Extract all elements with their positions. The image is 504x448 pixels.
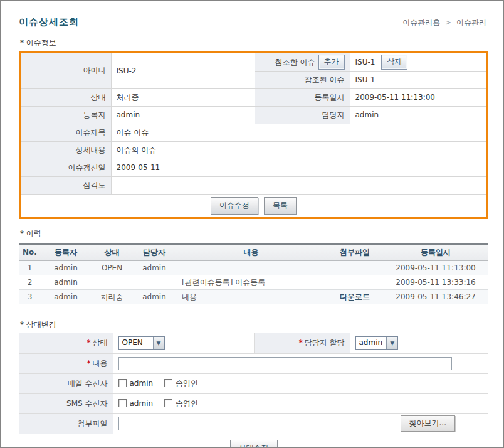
referencing-issue-label-text: 참조한 이슈 xyxy=(275,57,315,66)
history-cell-registrant: admin xyxy=(41,290,91,304)
issue-info-table: 아이디 ISU-2 참조한 이슈추가 ISU-1삭제 참조된 이슈 ISU-1 … xyxy=(21,53,486,195)
sms-recipient-checkbox-songyoungin[interactable] xyxy=(164,399,172,407)
history-col-date: 등록일시 xyxy=(383,244,488,261)
field-label-update-date: 이슈갱신일 xyxy=(21,159,111,176)
required-mark: * xyxy=(299,338,303,347)
issue-info-box: 아이디 ISU-2 참조한 이슈추가 ISU-1삭제 참조된 이슈 ISU-1 … xyxy=(19,51,488,219)
history-row: 3 admin 처리중 admin 내용 다운로드 2009-05-11 13:… xyxy=(19,290,488,304)
history-col-content: 내용 xyxy=(176,244,327,261)
submit-row: 상태수정 xyxy=(19,440,488,448)
history-col-attachment: 첨부파일 xyxy=(327,244,383,261)
edit-issue-button[interactable]: 이슈수정 xyxy=(211,197,258,215)
history-cell-date: 2009-05-11 13:33:16 xyxy=(383,275,488,290)
chevron-down-icon: ▼ xyxy=(153,337,164,349)
field-label-title: 이슈제목 xyxy=(21,124,111,141)
status-change-form: *상태 OPEN ▼ *담당자 할당 admin ▼ xyxy=(19,333,488,434)
page-header: 이슈상세조회 이슈관리홈 > 이슈관리 xyxy=(19,16,486,28)
issue-detail-page: 이슈상세조회 이슈관리홈 > 이슈관리 * 이슈정보 아이디 ISU-2 참조한… xyxy=(0,0,504,448)
status-change-section-label: * 상태변경 xyxy=(20,319,486,330)
history-cell-no: 1 xyxy=(19,261,41,275)
attachment-file-input[interactable] xyxy=(118,417,396,430)
history-table: No. 등록자 상태 담당자 내용 첨부파일 등록일시 1 admin OPEN… xyxy=(19,243,488,305)
breadcrumb-home[interactable]: 이슈관리홈 xyxy=(402,18,440,27)
content-label-text: 내용 xyxy=(93,359,108,368)
form-value-attachment: 찾아보기... xyxy=(113,413,488,434)
mail-recipient-checkbox-songyoungin[interactable] xyxy=(164,379,172,387)
field-label-detail: 상세내용 xyxy=(21,141,111,159)
history-cell-registrant: admin xyxy=(41,261,91,275)
form-value-assignee: admin ▼ xyxy=(350,333,488,353)
history-cell-no: 2 xyxy=(19,275,41,290)
form-value-content xyxy=(113,353,488,373)
field-label-severity: 심각도 xyxy=(21,176,111,194)
add-reference-button[interactable]: 추가 xyxy=(318,55,345,70)
field-value-update-date: 2009-05-11 xyxy=(111,159,486,176)
field-value-severity xyxy=(111,176,486,194)
history-col-status: 상태 xyxy=(91,244,133,261)
form-value-status: OPEN ▼ xyxy=(113,333,254,353)
field-label-assignee: 담당자 xyxy=(255,106,350,124)
sms-recipient-label: admin xyxy=(130,399,154,408)
status-label-text: 상태 xyxy=(93,338,108,347)
content-input[interactable] xyxy=(118,357,452,370)
field-value-assignee: admin xyxy=(350,106,486,124)
field-value-referencing-issue: ISU-1삭제 xyxy=(350,53,486,71)
required-mark: * xyxy=(87,359,91,368)
issue-info-buttons: 이슈수정 목록 xyxy=(21,195,486,217)
assignee-select[interactable]: admin ▼ xyxy=(355,336,399,350)
field-value-registrant: admin xyxy=(111,106,255,124)
form-value-mail-recipients: admin 송영인 xyxy=(113,373,488,393)
assignee-label-text: 담당자 할당 xyxy=(305,338,345,347)
history-cell-content: [관련이슈등록] 이슈등록 xyxy=(176,275,327,290)
history-cell-date: 2009-05-11 11:13:00 xyxy=(383,261,488,275)
assignee-select-value: admin xyxy=(356,337,387,349)
status-select[interactable]: OPEN ▼ xyxy=(118,336,165,350)
mail-recipient-checkbox-admin[interactable] xyxy=(118,379,127,387)
history-cell-date: 2009-05-11 13:46:27 xyxy=(383,290,488,304)
form-label-status: *상태 xyxy=(19,333,113,353)
history-section-label: * 이력 xyxy=(20,228,486,239)
field-value-status: 처리중 xyxy=(111,88,255,106)
mail-recipient-label: admin xyxy=(130,379,154,388)
history-cell-content xyxy=(176,261,327,275)
field-label-registrant: 등록자 xyxy=(21,106,111,124)
form-label-attachment: 첨부파일 xyxy=(19,413,113,434)
history-header-row: No. 등록자 상태 담당자 내용 첨부파일 등록일시 xyxy=(19,244,488,261)
download-link[interactable]: 다운로드 xyxy=(340,292,370,301)
sms-recipient-label: 송영인 xyxy=(176,399,198,408)
history-row: 2 admin [관련이슈등록] 이슈등록 2009-05-11 13:33:1… xyxy=(19,275,488,290)
breadcrumb-current[interactable]: 이슈관리 xyxy=(456,18,486,27)
status-select-value: OPEN xyxy=(119,337,153,349)
field-value-referenced-issue: ISU-1 xyxy=(350,71,486,88)
field-value-id: ISU-2 xyxy=(111,53,255,88)
sms-recipient-checkbox-admin[interactable] xyxy=(118,399,127,407)
history-cell-assignee: admin xyxy=(133,290,176,304)
update-status-button[interactable]: 상태수정 xyxy=(230,440,278,448)
browse-button[interactable]: 찾아보기... xyxy=(401,415,455,432)
history-cell-no: 3 xyxy=(19,290,41,304)
delete-reference-button[interactable]: 삭제 xyxy=(381,55,407,70)
history-col-no: No. xyxy=(19,244,41,261)
history-cell-registrant: admin xyxy=(41,275,91,290)
history-col-assignee: 담당자 xyxy=(133,244,176,261)
field-label-regdate: 등록일시 xyxy=(255,88,350,106)
form-label-sms-recipients: SMS 수신자 xyxy=(19,393,113,413)
history-row: 1 admin OPEN admin 2009-05-11 11:13:00 xyxy=(19,261,488,275)
list-button[interactable]: 목록 xyxy=(264,197,297,215)
field-label-status: 상태 xyxy=(21,88,111,106)
field-value-title: 이슈 이슈 xyxy=(111,124,486,141)
form-label-mail-recipients: 메일 수신자 xyxy=(19,373,113,393)
required-mark: * xyxy=(87,338,91,347)
page-title: 이슈상세조회 xyxy=(19,16,79,28)
form-label-content: *내용 xyxy=(19,353,113,373)
field-label-referenced-issue: 참조된 이슈 xyxy=(255,71,350,88)
field-value-detail: 이슈의 이슈 xyxy=(111,141,486,159)
field-value-regdate: 2009-05-11 11:13:00 xyxy=(350,88,486,106)
history-col-registrant: 등록자 xyxy=(41,244,91,261)
referencing-issue-value-text: ISU-1 xyxy=(355,57,375,66)
mail-recipient-label: 송영인 xyxy=(176,379,198,388)
issue-info-section-label: * 이슈정보 xyxy=(20,38,486,48)
history-cell-assignee: admin xyxy=(133,261,176,275)
history-cell-status: 처리중 xyxy=(91,290,133,304)
field-label-referencing-issue: 참조한 이슈추가 xyxy=(255,53,350,71)
